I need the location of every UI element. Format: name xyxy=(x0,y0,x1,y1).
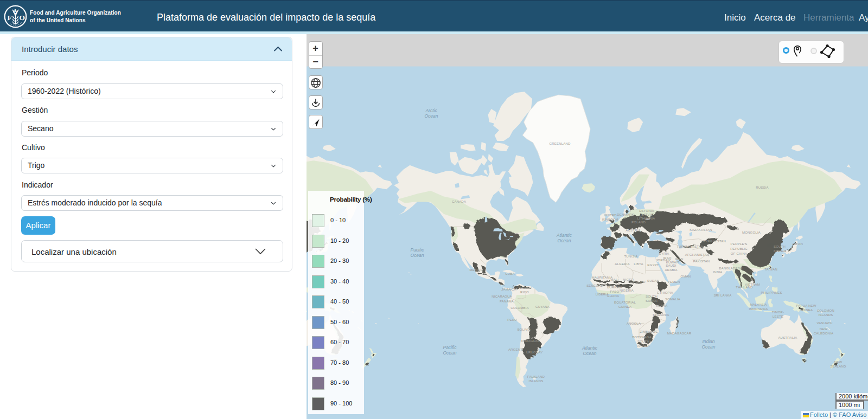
svg-text:MEXICO: MEXICO xyxy=(470,268,483,272)
svg-text:Ocean: Ocean xyxy=(557,238,571,243)
svg-text:SOLOMON: SOLOMON xyxy=(817,309,834,312)
svg-text:PERU: PERU xyxy=(507,318,516,321)
svg-text:JORDAN: JORDAN xyxy=(656,259,670,262)
svg-text:LITHUANIA: LITHUANIA xyxy=(637,217,655,220)
svg-text:URUGUAY: URUGUAY xyxy=(526,351,543,354)
svg-text:JAPAN: JAPAN xyxy=(792,242,803,246)
svg-text:GUYANA: GUYANA xyxy=(535,305,550,308)
svg-text:PHILIPPINES: PHILIPPINES xyxy=(761,291,782,294)
svg-text:LATVIA: LATVIA xyxy=(641,213,653,216)
svg-text:GUINEA: GUINEA xyxy=(800,308,813,312)
svg-text:EQUATORIAL: EQUATORIAL xyxy=(614,301,636,304)
svg-text:SYRIA: SYRIA xyxy=(659,252,669,255)
svg-text:MONGOLIA: MONGOLIA xyxy=(742,231,761,234)
svg-text:SUDAN: SUDAN xyxy=(647,279,659,282)
svg-text:BOLIVIA: BOLIVIA xyxy=(518,328,531,331)
svg-text:PAKISTAN: PAKISTAN xyxy=(693,260,710,263)
svg-text:CALEDONIA: CALEDONIA xyxy=(814,332,833,335)
svg-text:ANGOLA: ANGOLA xyxy=(627,322,641,325)
svg-text:REPUBLIC: REPUBLIC xyxy=(730,247,748,250)
svg-text:TUNISIA: TUNISIA xyxy=(624,255,637,258)
svg-text:FALKLAND: FALKLAND xyxy=(527,375,545,378)
svg-text:SOUTH: SOUTH xyxy=(637,340,649,343)
svg-text:SOUTH: SOUTH xyxy=(646,295,658,298)
svg-text:OMAN: OMAN xyxy=(681,275,691,278)
svg-text:BOTSWANA: BOTSWANA xyxy=(632,336,652,339)
svg-text:PUERTO: PUERTO xyxy=(518,286,532,289)
svg-text:Ocean: Ocean xyxy=(424,113,438,119)
svg-text:Ocean: Ocean xyxy=(410,253,424,258)
svg-text:KYRGYZSTAN: KYRGYZSTAN xyxy=(703,240,726,243)
svg-text:SOMALIA: SOMALIA xyxy=(665,298,680,301)
svg-text:OF CHINA: OF CHINA xyxy=(731,252,747,255)
svg-text:ARABIA: ARABIA xyxy=(665,268,677,272)
svg-text:TIMOR-: TIMOR- xyxy=(772,311,784,314)
svg-text:CUBA: CUBA xyxy=(505,272,514,275)
svg-text:Arctic: Arctic xyxy=(425,108,437,113)
svg-text:CHAD: CHAD xyxy=(636,280,646,283)
svg-text:ISLANDS: ISLANDS xyxy=(528,379,543,383)
svg-text:KOREA: KOREA xyxy=(774,249,786,253)
svg-text:Indian: Indian xyxy=(702,339,714,344)
svg-text:COLOMBIA: COLOMBIA xyxy=(510,306,528,310)
svg-text:ALGERIA: ALGERIA xyxy=(615,262,629,266)
svg-text:GREENLAND: GREENLAND xyxy=(549,142,571,145)
svg-text:VIETNAM: VIETNAM xyxy=(745,283,760,286)
svg-text:MALAYSIA: MALAYSIA xyxy=(750,303,767,306)
svg-text:YEMEN: YEMEN xyxy=(668,280,680,283)
svg-text:KENYA: KENYA xyxy=(656,304,668,307)
svg-text:NIGER: NIGER xyxy=(623,278,634,281)
svg-text:LESTE: LESTE xyxy=(773,315,783,318)
svg-text:LIBERIA: LIBERIA xyxy=(596,293,609,296)
svg-text:MADAGASCAR: MADAGASCAR xyxy=(667,332,692,335)
svg-text:TURKMENISTAN: TURKMENISTAN xyxy=(676,245,703,248)
svg-text:SAUDI: SAUDI xyxy=(666,264,676,267)
svg-text:SOUTH: SOUTH xyxy=(774,245,786,248)
svg-text:NIGERIA: NIGERIA xyxy=(620,289,634,292)
svg-text:AUSTRIA: AUSTRIA xyxy=(626,229,640,232)
svg-text:VANUATU: VANUATU xyxy=(816,321,832,325)
svg-text:FASO: FASO xyxy=(610,290,620,293)
svg-text:PEOPLE'S: PEOPLE'S xyxy=(731,242,748,246)
svg-text:LIBYA: LIBYA xyxy=(634,262,643,266)
svg-text:A: A xyxy=(13,8,17,14)
svg-text:ZEALAND: ZEALAND xyxy=(830,365,846,368)
svg-text:ESTONIA: ESTONIA xyxy=(639,209,654,212)
svg-text:SENEGAL: SENEGAL xyxy=(586,284,603,287)
svg-text:EGYPT: EGYPT xyxy=(647,263,659,267)
svg-text:Ocean: Ocean xyxy=(443,350,456,356)
svg-text:Atlantic: Atlantic xyxy=(556,233,572,238)
svg-text:ETHIOPIA: ETHIOPIA xyxy=(657,291,673,294)
svg-text:PARAGUAY: PARAGUAY xyxy=(521,339,540,343)
svg-text:ISLANDS: ISLANDS xyxy=(818,313,833,317)
svg-text:NEW: NEW xyxy=(820,327,828,331)
svg-text:CANADA: CANADA xyxy=(452,200,466,203)
svg-text:SRI LANKA: SRI LANKA xyxy=(713,294,731,297)
svg-text:NEW: NEW xyxy=(834,360,843,364)
svg-text:Ocean: Ocean xyxy=(701,344,715,350)
svg-text:INDONESIA: INDONESIA xyxy=(749,307,768,311)
svg-text:Pacific: Pacific xyxy=(443,345,457,350)
svg-text:KINGDOM: KINGDOM xyxy=(602,218,618,221)
svg-text:NICARAGUA: NICARAGUA xyxy=(492,295,512,298)
svg-text:UNITED: UNITED xyxy=(604,214,617,217)
svg-text:KAZAKHSTAN: KAZAKHSTAN xyxy=(690,228,712,231)
svg-text:ARGENT: ARGENT xyxy=(508,348,522,351)
svg-text:RICO: RICO xyxy=(520,291,529,294)
svg-text:DENMARK: DENMARK xyxy=(617,213,634,216)
svg-text:O: O xyxy=(20,14,25,22)
svg-text:AFGHANISTAN: AFGHANISTAN xyxy=(685,253,709,256)
svg-text:RUSSIA: RUSSIA xyxy=(756,186,769,189)
svg-text:TAIWAN: TAIWAN xyxy=(764,268,777,271)
svg-text:Atlantic: Atlantic xyxy=(582,345,598,351)
svg-text:TANZANIA: TANZANIA xyxy=(653,313,669,317)
svg-text:SUDAN: SUDAN xyxy=(646,299,658,302)
svg-text:Pacific: Pacific xyxy=(410,247,424,253)
svg-text:Ocean: Ocean xyxy=(583,351,596,356)
svg-text:BANGLADESH: BANGLADESH xyxy=(719,267,742,270)
svg-text:AFRICA: AFRICA xyxy=(637,344,649,347)
svg-text:POLAND: POLAND xyxy=(631,221,646,224)
svg-text:AUSTRALIA: AUSTRALIA xyxy=(778,336,797,339)
svg-text:ZIMBABWE: ZIMBABWE xyxy=(640,330,658,333)
svg-text:INDIA: INDIA xyxy=(713,270,722,274)
